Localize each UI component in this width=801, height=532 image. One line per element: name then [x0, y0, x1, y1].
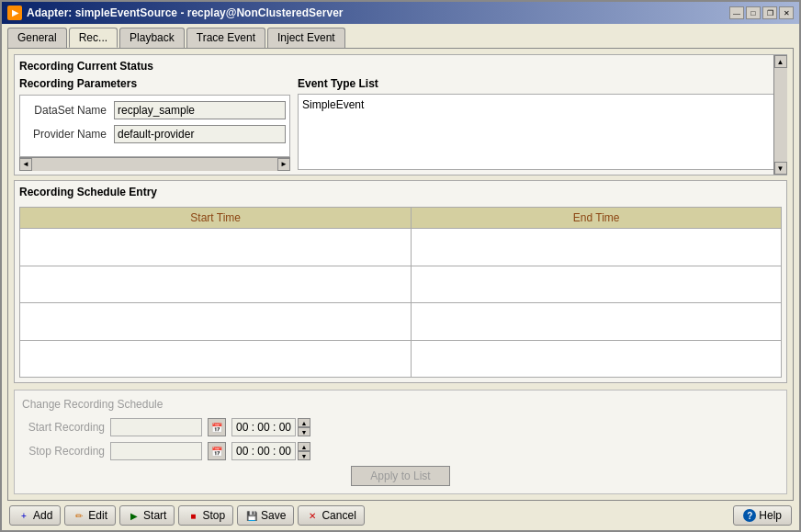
change-schedule-title: Change Recording Schedule: [22, 398, 779, 411]
dataset-name-input[interactable]: [114, 101, 286, 119]
stop-recording-row: Stop Recording 📅 ▲ ▼: [22, 442, 779, 460]
help-label: Help: [759, 509, 782, 522]
recording-status-title: Recording Current Status: [19, 60, 782, 73]
add-label: Add: [33, 509, 52, 522]
main-content: Recording Current Status Recording Param…: [7, 48, 794, 501]
tab-inject-event[interactable]: Inject Event: [267, 28, 345, 48]
stop-icon: ■: [186, 509, 199, 522]
edit-icon: ✏: [73, 509, 85, 522]
stop-recording-label: Stop Recording: [22, 445, 105, 458]
schedule-section: Recording Schedule Entry Start Time End …: [14, 180, 787, 383]
help-button[interactable]: ? Help: [733, 505, 792, 526]
save-label: Save: [261, 509, 286, 522]
save-icon: 💾: [245, 509, 258, 522]
schedule-title: Recording Schedule Entry: [19, 186, 782, 198]
recording-params-label: Recording Parameters: [19, 77, 290, 90]
bottom-left-buttons: + Add ✏ Edit ▶ Start ■ Stop 💾 Save ✕ Can…: [9, 505, 365, 526]
table-row: [20, 303, 782, 341]
params-scrollbar-h: ◄ ►: [19, 157, 290, 170]
row3-end: [412, 303, 782, 341]
dataset-name-label: DataSet Name: [24, 104, 107, 117]
minimize-button[interactable]: —: [729, 6, 744, 19]
table-row: [20, 229, 782, 266]
tab-playback[interactable]: Playback: [119, 28, 185, 48]
main-window: ▶ Adapter: simpleEventSource - recplay@N…: [0, 0, 801, 532]
start-time-spinner: ▲ ▼: [298, 418, 310, 436]
col-end-time: End Time: [412, 208, 782, 229]
params-event-row: Recording Parameters DataSet Name Provid…: [19, 77, 782, 170]
change-schedule-section: Change Recording Schedule Start Recordin…: [14, 390, 787, 494]
apply-btn-row: Apply to List: [22, 466, 779, 486]
bottom-right: ? Help: [733, 505, 792, 526]
stop-time-up-btn[interactable]: ▲: [298, 442, 310, 451]
add-button[interactable]: + Add: [9, 505, 61, 526]
tabs-bar: General Rec... Playback Trace Event Inje…: [2, 24, 799, 48]
start-recording-row: Start Recording 📅 ▲ ▼: [22, 418, 779, 436]
edit-button[interactable]: ✏ Edit: [64, 505, 116, 526]
col-start-time: Start Time: [20, 208, 412, 229]
add-icon: +: [17, 509, 30, 522]
event-type-panel: Event Type List SimpleEvent: [298, 77, 782, 170]
row3-start: [20, 303, 412, 341]
start-time-down-btn[interactable]: ▼: [298, 427, 310, 436]
row2-start: [20, 266, 412, 303]
start-time-input[interactable]: [231, 418, 296, 436]
table-row: [20, 340, 782, 378]
title-buttons: — □ ❐ ✕: [729, 6, 794, 19]
stop-time-input[interactable]: [231, 442, 296, 460]
close-button[interactable]: ✕: [779, 6, 794, 19]
stop-time-down-btn[interactable]: ▼: [298, 451, 310, 460]
hscroll-track: [32, 158, 277, 171]
start-recording-label: Start Recording: [22, 421, 105, 434]
event-type-list[interactable]: SimpleEvent: [298, 94, 782, 170]
params-inner: DataSet Name Provider Name ▲ ▼: [19, 95, 290, 157]
apply-to-list-button[interactable]: Apply to List: [351, 466, 449, 486]
start-calendar-button[interactable]: 📅: [208, 418, 226, 436]
cancel-label: Cancel: [322, 509, 355, 522]
bottom-bar: + Add ✏ Edit ▶ Start ■ Stop 💾 Save ✕ Can…: [2, 501, 799, 530]
start-label: Start: [143, 509, 166, 522]
provider-name-row: Provider Name: [24, 125, 286, 143]
provider-name-input[interactable]: [114, 125, 286, 143]
row4-end: [412, 340, 782, 378]
provider-name-label: Provider Name: [24, 128, 107, 141]
tab-trace-event[interactable]: Trace Event: [186, 28, 265, 48]
start-time-up-btn[interactable]: ▲: [298, 418, 310, 427]
cancel-button[interactable]: ✕ Cancel: [298, 505, 364, 526]
row1-start: [20, 229, 412, 266]
stop-button[interactable]: ■ Stop: [178, 505, 233, 526]
stop-date-input[interactable]: [110, 442, 202, 460]
stop-time-spinner: ▲ ▼: [298, 442, 310, 460]
recording-status-section: Recording Current Status Recording Param…: [14, 54, 787, 175]
event-type-label: Event Type List: [298, 77, 782, 90]
dataset-name-row: DataSet Name: [24, 101, 286, 119]
title-bar: ▶ Adapter: simpleEventSource - recplay@N…: [2, 2, 799, 24]
row4-start: [20, 340, 412, 378]
title-bar-left: ▶ Adapter: simpleEventSource - recplay@N…: [7, 6, 343, 20]
scrollbar-left-btn[interactable]: ◄: [19, 158, 32, 171]
help-icon: ?: [743, 509, 756, 522]
stop-calendar-button[interactable]: 📅: [208, 442, 226, 460]
stop-time-group: ▲ ▼: [231, 442, 310, 460]
params-fields: DataSet Name Provider Name: [20, 96, 289, 156]
restore-button[interactable]: ❐: [762, 6, 777, 19]
row1-end: [412, 229, 782, 266]
tab-rec[interactable]: Rec...: [69, 28, 118, 48]
start-date-input[interactable]: [110, 418, 202, 436]
cancel-icon: ✕: [306, 509, 319, 522]
save-button[interactable]: 💾 Save: [237, 505, 294, 526]
start-time-group: ▲ ▼: [231, 418, 310, 436]
app-icon: ▶: [7, 6, 22, 20]
start-icon: ▶: [128, 509, 141, 522]
tab-general[interactable]: General: [7, 28, 67, 48]
window-title: Adapter: simpleEventSource - recplay@Non…: [27, 6, 343, 19]
scrollbar-right-btn[interactable]: ►: [277, 158, 290, 171]
start-button[interactable]: ▶ Start: [119, 505, 175, 526]
edit-label: Edit: [88, 509, 107, 522]
stop-label: Stop: [202, 509, 225, 522]
schedule-table: Start Time End Time: [19, 207, 782, 378]
event-type-item: SimpleEvent: [302, 98, 777, 111]
recording-params-panel: Recording Parameters DataSet Name Provid…: [19, 77, 290, 170]
row2-end: [412, 266, 782, 303]
maximize-button[interactable]: □: [746, 6, 761, 19]
